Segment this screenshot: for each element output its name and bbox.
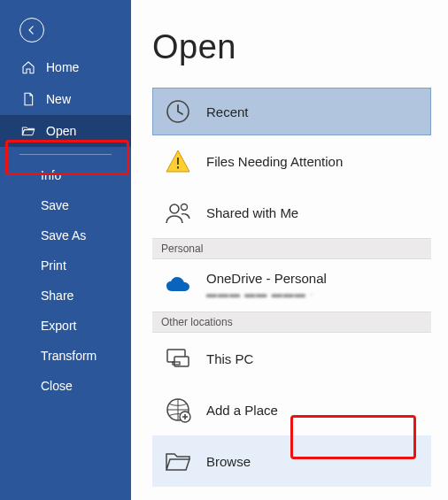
location-label: Recent — [206, 104, 249, 119]
page-title: Open — [152, 28, 439, 66]
clock-icon — [164, 97, 192, 126]
sidebar-separator — [19, 154, 112, 155]
add-place-icon — [164, 396, 192, 424]
new-doc-icon — [21, 92, 35, 106]
browse-folder-icon — [164, 447, 192, 475]
sidebar-item-label: Home — [46, 60, 79, 74]
open-locations-list: Recent Files Needing Attention Shared wi… — [152, 88, 431, 487]
sidebar-item-print[interactable]: Print — [0, 250, 131, 281]
svg-point-4 — [182, 204, 188, 211]
location-label: OneDrive - Personal — [206, 271, 327, 286]
sidebar-item-saveas[interactable]: Save As — [0, 220, 131, 250]
sidebar-item-export[interactable]: Export — [0, 311, 131, 341]
onedrive-icon — [164, 272, 192, 300]
svg-rect-1 — [177, 158, 179, 165]
sidebar-item-info[interactable]: Info — [0, 160, 131, 190]
sidebar-item-close[interactable]: Close — [0, 371, 131, 401]
sidebar-primary-list: Home New Open — [0, 51, 131, 147]
sidebar-item-new[interactable]: New — [0, 83, 131, 115]
this-pc-icon — [164, 344, 192, 373]
location-sublabel-redacted: ▬▬▬ ▬▬ ▬▬▬ · — [206, 288, 327, 300]
backstage-sidebar: Home New Open Info Save Save As Print Sh… — [0, 0, 131, 500]
home-icon — [21, 60, 35, 74]
warning-icon — [164, 147, 192, 175]
back-arrow-icon — [26, 24, 38, 36]
open-folder-icon — [21, 124, 35, 138]
location-label: Files Needing Attention — [206, 154, 343, 169]
main-panel: Open Recent Files Needing Attention Shar… — [131, 0, 448, 500]
back-button[interactable] — [19, 18, 44, 42]
location-recent[interactable]: Recent — [152, 88, 431, 135]
sidebar-item-share[interactable]: Share — [0, 281, 131, 311]
location-onedrive-personal[interactable]: OneDrive - Personal ▬▬▬ ▬▬ ▬▬▬ · — [152, 259, 431, 312]
back-button-row — [0, 14, 131, 51]
locations-header-other: Other locations — [152, 312, 431, 333]
location-add-place[interactable]: Add a Place — [152, 384, 431, 435]
sidebar-item-save[interactable]: Save — [0, 190, 131, 220]
location-browse[interactable]: Browse — [152, 435, 431, 487]
location-shared-with-me[interactable]: Shared with Me — [152, 187, 431, 238]
svg-rect-2 — [177, 166, 179, 169]
location-files-needing-attention[interactable]: Files Needing Attention — [152, 135, 431, 187]
location-this-pc[interactable]: This PC — [152, 333, 431, 384]
sidebar-item-transform[interactable]: Transform — [0, 341, 131, 371]
sidebar-item-open[interactable]: Open — [0, 115, 131, 147]
sidebar-item-label: Open — [46, 124, 76, 138]
sidebar-item-home[interactable]: Home — [0, 51, 131, 83]
location-label: Shared with Me — [206, 205, 298, 220]
location-label: This PC — [206, 351, 253, 366]
people-icon — [164, 198, 192, 227]
location-label: Browse — [206, 454, 251, 469]
app-root: Home New Open Info Save Save As Print Sh… — [0, 0, 448, 500]
locations-header-personal: Personal — [152, 238, 431, 259]
sidebar-item-label: New — [46, 92, 71, 106]
svg-point-3 — [170, 204, 179, 213]
sidebar-secondary-list: Info Save Save As Print Share Export Tra… — [0, 160, 131, 401]
location-text: OneDrive - Personal ▬▬▬ ▬▬ ▬▬▬ · — [206, 271, 327, 300]
location-label: Add a Place — [206, 403, 278, 418]
